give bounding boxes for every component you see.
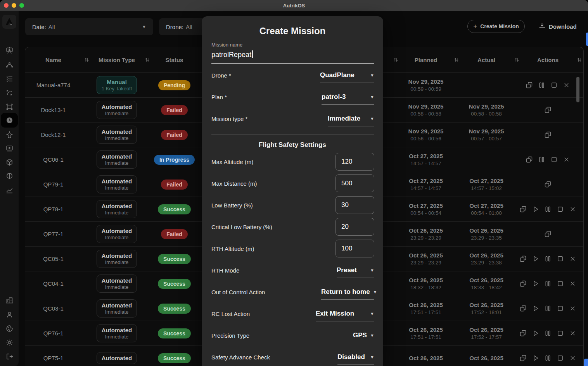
close-action-button[interactable] xyxy=(569,205,577,213)
copy-action-button[interactable] xyxy=(525,81,533,89)
stop-action-button[interactable] xyxy=(556,280,564,288)
pause-action-button[interactable] xyxy=(544,304,552,312)
sort-icon[interactable] xyxy=(142,57,152,63)
sort-icon[interactable] xyxy=(391,57,401,63)
window-scrollbar-accent[interactable] xyxy=(586,33,588,46)
column-header-status[interactable]: Status xyxy=(152,57,197,63)
rc-lost-action-select[interactable]: Exit Mission▼ xyxy=(316,310,374,321)
pause-action-button[interactable] xyxy=(544,280,552,288)
column-header-planned[interactable]: Planned xyxy=(401,57,451,63)
play-action-button[interactable] xyxy=(531,304,540,312)
stop-action-button[interactable] xyxy=(556,205,564,213)
actual-cell: Nov 29, 202500:57 - 00:57 xyxy=(461,127,512,142)
sidebar-item-schedule[interactable] xyxy=(0,114,19,127)
sort-icon[interactable] xyxy=(81,57,92,63)
strategy-icon xyxy=(5,89,14,97)
mission-name-value: patrolRepeat xyxy=(211,51,251,59)
copy-action-button[interactable] xyxy=(519,329,527,337)
pause-action-button[interactable] xyxy=(544,329,552,337)
sidebar-item-display-brightness[interactable] xyxy=(0,336,19,349)
copy-action-button[interactable] xyxy=(544,131,552,139)
max-distance-input[interactable]: 500 xyxy=(336,174,374,192)
drone-select[interactable]: QuadPlane▼ xyxy=(320,71,374,83)
close-action-button[interactable] xyxy=(569,304,577,312)
sidebar-item-frame-select[interactable] xyxy=(0,100,19,113)
safety-advance-check-select[interactable]: Disabled▼ xyxy=(337,353,374,365)
play-action-button[interactable] xyxy=(531,280,540,288)
copy-action-button[interactable] xyxy=(519,354,527,362)
close-action-button[interactable] xyxy=(569,280,577,288)
pause-action-button[interactable] xyxy=(544,354,552,362)
pause-action-button[interactable] xyxy=(544,205,552,213)
sort-icon[interactable] xyxy=(574,57,584,63)
sidebar-item-ai-brain[interactable] xyxy=(0,169,19,183)
max-altitude-input[interactable]: 120 xyxy=(336,153,374,171)
sidebar-item-analytics[interactable] xyxy=(0,183,19,197)
sort-icon[interactable] xyxy=(512,57,522,63)
column-header-actual[interactable]: Actual xyxy=(461,57,512,63)
play-action-button[interactable] xyxy=(531,255,540,263)
close-action-button[interactable] xyxy=(562,81,571,89)
sidebar-item-theme-palette[interactable] xyxy=(0,322,19,335)
copy-action-button[interactable] xyxy=(544,106,552,114)
download-button[interactable]: Download xyxy=(536,21,579,32)
sidebar-item-video-stream[interactable] xyxy=(0,142,19,155)
create-mission-button[interactable]: + Create Mission xyxy=(467,20,525,33)
column-header-name[interactable]: Name xyxy=(25,57,81,63)
play-action-button[interactable] xyxy=(531,329,540,337)
close-action-button[interactable] xyxy=(569,255,577,263)
stop-action-button[interactable] xyxy=(550,81,558,89)
copy-action-button[interactable] xyxy=(519,280,527,288)
date-filter-dropdown[interactable]: Date: All ▼ xyxy=(25,18,153,35)
stop-action-button[interactable] xyxy=(556,354,564,362)
play-action-button[interactable] xyxy=(531,205,540,213)
safety-advance-check-field-row: Safety Advance Check Disabled▼ xyxy=(202,346,383,366)
close-action-button[interactable] xyxy=(562,155,571,164)
close-action-button[interactable] xyxy=(569,354,577,362)
plus-icon: + xyxy=(473,22,477,30)
sidebar-item-flight[interactable] xyxy=(0,128,19,141)
play-action-button[interactable] xyxy=(531,354,540,362)
copy-action-button[interactable] xyxy=(519,205,527,213)
rc-lost-action-select-value: Exit Mission xyxy=(316,310,354,318)
pause-action-button[interactable] xyxy=(538,81,546,89)
critical-low-battery-input[interactable]: 20 xyxy=(336,218,374,236)
minimize-window-button[interactable] xyxy=(12,3,16,8)
copy-action-button[interactable] xyxy=(544,180,552,188)
sort-icon[interactable] xyxy=(451,57,461,63)
mission-type-select[interactable]: Immediate▼ xyxy=(328,115,374,126)
column-header-mission-type[interactable]: Mission Type xyxy=(92,57,142,63)
sidebar-item-user[interactable] xyxy=(0,308,19,321)
sidebar-item-dashboard[interactable] xyxy=(0,44,19,57)
rth-mode-select[interactable]: Preset▼ xyxy=(337,266,374,278)
rth-altitude-input[interactable]: 100 xyxy=(336,240,374,257)
sidebar-item-model-3d[interactable] xyxy=(0,155,19,169)
pause-action-button[interactable] xyxy=(544,255,552,263)
plan-select[interactable]: patrol-3▼ xyxy=(322,93,374,105)
sidebar-item-logout[interactable] xyxy=(0,350,19,363)
sidebar-item-strategy[interactable] xyxy=(0,86,19,99)
copy-action-button[interactable] xyxy=(519,255,527,263)
stop-action-button[interactable] xyxy=(556,329,564,337)
pause-action-button[interactable] xyxy=(538,155,546,164)
zoom-window-button[interactable] xyxy=(19,3,24,8)
sidebar-item-checklist[interactable] xyxy=(0,72,19,85)
sidebar-item-route-editor[interactable] xyxy=(0,58,19,71)
copy-action-button[interactable] xyxy=(544,230,552,238)
stop-action-button[interactable] xyxy=(556,304,564,312)
column-header-actions[interactable]: Actions xyxy=(522,57,574,63)
close-window-button[interactable] xyxy=(4,3,9,8)
low-battery-input[interactable]: 30 xyxy=(336,196,374,214)
actual-cell: Oct 27, 202514:57 - 15:02 xyxy=(461,177,512,192)
out-of-control-select[interactable]: Return to home▼ xyxy=(321,288,374,300)
sidebar-item-organization[interactable] xyxy=(0,293,19,307)
stop-action-button[interactable] xyxy=(550,155,558,164)
table-scrollbar-thumb[interactable] xyxy=(576,77,579,102)
stop-action-button[interactable] xyxy=(556,255,564,263)
copy-action-button[interactable] xyxy=(519,304,527,312)
mission-name-input[interactable]: patrolRepeat xyxy=(211,50,374,64)
close-action-button[interactable] xyxy=(569,329,577,337)
copy-action-button[interactable] xyxy=(525,155,533,164)
autrik-logo-icon[interactable] xyxy=(2,15,16,29)
precision-type-select[interactable]: GPS▼ xyxy=(353,331,374,343)
